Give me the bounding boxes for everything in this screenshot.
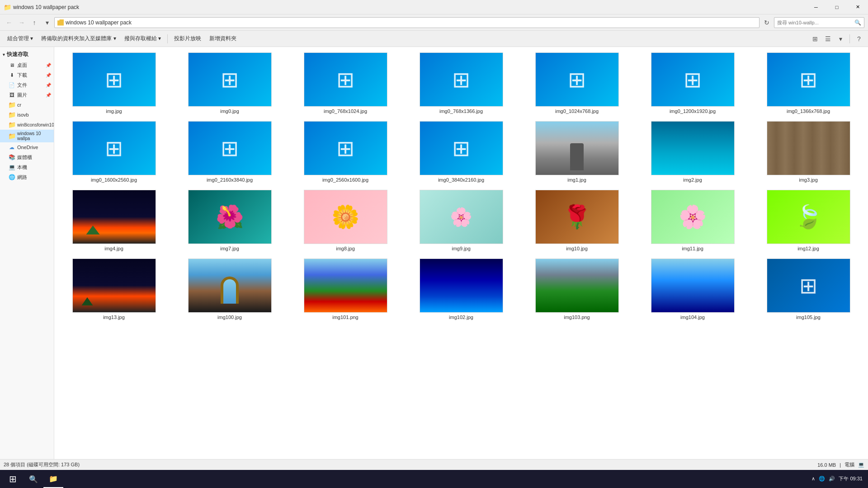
folder-icon: 📁 — [4, 4, 11, 11]
file-item[interactable]: ⊞img0_2560x1600.jpg — [289, 119, 401, 184]
path-folder-icon — [57, 19, 64, 26]
sidebar-quick-access[interactable]: ▾ 快速存取 — [0, 49, 54, 60]
start-button[interactable]: ⊞ — [2, 470, 24, 488]
expand-icon: ▾ — [3, 52, 5, 57]
file-item[interactable]: img100.jpg — [174, 257, 286, 322]
volume-icon[interactable]: 🔊 — [829, 476, 835, 482]
taskbar-search-button[interactable]: 🔍 — [24, 470, 43, 488]
onedrive-icon: ☁ — [8, 144, 15, 151]
file-item[interactable]: ⊞img0_768x1024.jpg — [289, 51, 401, 116]
file-item[interactable]: img104.jpg — [637, 257, 749, 322]
close-button[interactable]: ✕ — [847, 0, 868, 14]
view-change-button[interactable]: ⊞ — [810, 33, 821, 44]
file-name: img101.png — [332, 314, 359, 320]
file-item[interactable]: ⊞img0_1600x2560.jpg — [58, 119, 170, 184]
slideshow-button[interactable]: 投影片放映 — [170, 33, 205, 45]
file-item[interactable]: ⊞img105.jpg — [752, 257, 864, 322]
folder-cr-icon: 📁 — [8, 101, 15, 108]
sidebar-item-pc[interactable]: 💻 本機 — [0, 162, 54, 172]
sidebar-item-cr[interactable]: 📁 cr — [0, 100, 54, 110]
recent-button[interactable]: ▾ — [42, 17, 52, 28]
file-name: img0.jpg — [220, 108, 239, 114]
main-content: ▾ 快速存取 🖥 桌面 📌 ⬇ 下載 📌 📄 文件 📌 🖼 圖片 📌 📁 cr — [0, 47, 868, 459]
pin-icon3: 📌 — [46, 83, 51, 88]
taskbar-explorer-button[interactable]: 📁 — [43, 470, 63, 488]
computer-icon: 💻 — [858, 462, 864, 468]
file-item[interactable]: ⊞img0_768x1366.jpg — [405, 51, 517, 116]
refresh-button[interactable]: ↻ — [761, 17, 772, 28]
file-item[interactable]: img3.jpg — [752, 119, 864, 184]
file-item[interactable]: img4.jpg — [58, 188, 170, 253]
sidebar-item-pictures[interactable]: 🖼 圖片 📌 — [0, 90, 54, 100]
file-thumbnail — [72, 258, 156, 313]
minimize-button[interactable]: ─ — [806, 0, 826, 14]
file-item[interactable]: 🍃img12.jpg — [752, 188, 864, 253]
file-item[interactable]: ⊞img.jpg — [58, 51, 170, 116]
file-item[interactable]: 🌹img10.jpg — [521, 188, 633, 253]
sidebar-item-onedrive[interactable]: ☁ OneDrive — [0, 142, 54, 152]
file-name: img12.jpg — [797, 246, 819, 251]
file-name: img.jpg — [106, 108, 122, 114]
file-item[interactable]: ⊞img0.jpg — [174, 51, 286, 116]
sidebar-item-label: win8iconsforwin10 — [17, 122, 54, 127]
explorer-icon: 📁 — [49, 474, 58, 483]
file-thumbnail — [651, 258, 735, 313]
toolbar-separator — [167, 34, 168, 43]
notification-icon[interactable]: ∧ — [811, 476, 815, 482]
file-item[interactable]: img103.png — [521, 257, 633, 322]
up-button[interactable]: ↑ — [29, 17, 40, 28]
sidebar-item-label: 文件 — [17, 82, 27, 89]
add-to-library-button[interactable]: 將備取的資料夾加入至媒體庫 ▾ — [38, 33, 119, 45]
sidebar: ▾ 快速存取 🖥 桌面 📌 ⬇ 下載 📌 📄 文件 📌 🖼 圖片 📌 📁 cr — [0, 47, 54, 459]
file-thumbnail — [304, 258, 387, 313]
share-button[interactable]: 撥與存取權給 ▾ — [121, 33, 165, 45]
search-wrapper[interactable]: 🔍 — [774, 17, 864, 28]
file-item[interactable]: ⊞img0_1200x1920.jpg — [637, 51, 749, 116]
file-thumbnail: ⊞ — [651, 52, 735, 107]
organize-button[interactable]: 組合管理 ▾ — [4, 33, 37, 45]
toolbar-sep2 — [849, 34, 850, 43]
view-details-button[interactable]: ☰ — [822, 33, 833, 44]
file-grid: ⊞img.jpg⊞img0.jpg⊞img0_768x1024.jpg⊞img0… — [58, 51, 864, 322]
sidebar-item-network[interactable]: 🌐 網路 — [0, 172, 54, 182]
sidebar-item-media[interactable]: 📚 媒體櫃 — [0, 152, 54, 162]
back-button[interactable]: ← — [4, 17, 14, 28]
sidebar-item-download[interactable]: ⬇ 下載 📌 — [0, 70, 54, 80]
file-item[interactable]: 🌸img11.jpg — [637, 188, 749, 253]
sidebar-item-win8icons[interactable]: 📁 win8iconsforwin10 — [0, 120, 54, 130]
file-item[interactable]: img102.jpg — [405, 257, 517, 322]
sidebar-item-wallpapers[interactable]: 📁 windows 10 wallpa — [0, 130, 54, 142]
sidebar-item-label: cr — [17, 102, 21, 108]
sidebar-item-isovb[interactable]: 📁 isovb — [0, 110, 54, 120]
file-thumbnail: ⊞ — [420, 121, 503, 175]
file-item[interactable]: 🌸img9.jpg — [405, 188, 517, 253]
file-item[interactable]: ⊞img0_2160x3840.jpg — [174, 119, 286, 184]
help-button[interactable]: ? — [854, 33, 864, 44]
file-name: img0_3840x2160.jpg — [438, 177, 484, 183]
file-item[interactable]: 🌼img8.jpg — [289, 188, 401, 253]
file-item[interactable]: img1.jpg — [521, 119, 633, 184]
file-item[interactable]: ⊞img0_1024x768.jpg — [521, 51, 633, 116]
file-item[interactable]: 🌺img7.jpg — [174, 188, 286, 253]
file-item[interactable]: ⊞img0_1366x768.jpg — [752, 51, 864, 116]
file-item[interactable]: img13.jpg — [58, 257, 170, 322]
desktop-icon: 🖥 — [8, 61, 15, 69]
network-tray-icon[interactable]: 🌐 — [819, 476, 825, 482]
forward-button[interactable]: → — [16, 17, 27, 28]
file-thumbnail: ⊞ — [304, 121, 387, 175]
media-icon: 📚 — [8, 154, 15, 161]
file-item[interactable]: ⊞img0_3840x2160.jpg — [405, 119, 517, 184]
maximize-button[interactable]: □ — [826, 0, 847, 14]
search-input[interactable] — [777, 20, 854, 25]
file-item[interactable]: img101.png — [289, 257, 401, 322]
file-item[interactable]: img2.jpg — [637, 119, 749, 184]
view-dropdown-button[interactable]: ▾ — [835, 33, 846, 44]
file-name: img0_768x1366.jpg — [439, 108, 483, 114]
sidebar-item-desktop[interactable]: 🖥 桌面 📌 — [0, 60, 54, 70]
status-right: 16.0 MB | 電腦 💻 — [817, 461, 864, 468]
new-folder-button[interactable]: 新增資料夾 — [206, 33, 240, 45]
file-thumbnail: ⊞ — [72, 121, 156, 175]
address-input-wrapper[interactable]: windows 10 wallpaper pack — [54, 17, 760, 28]
sidebar-item-documents[interactable]: 📄 文件 📌 — [0, 80, 54, 90]
file-thumbnail — [420, 258, 503, 313]
